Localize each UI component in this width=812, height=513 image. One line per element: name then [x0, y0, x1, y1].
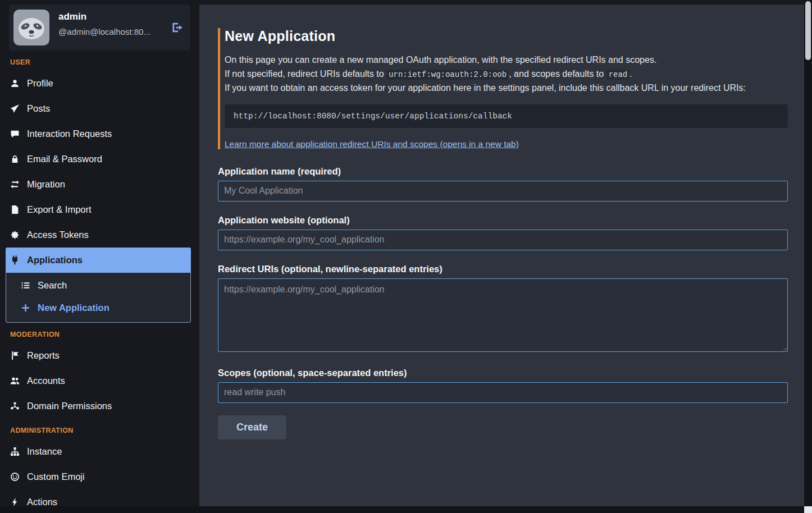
paper-plane-icon	[10, 104, 20, 113]
sidebar-item-email-password[interactable]: Email & Password	[9, 146, 190, 172]
sidebar-item-label: Reports	[27, 349, 60, 362]
sidebar-item-instance[interactable]: Instance	[9, 439, 190, 464]
user-card[interactable]: admin @admin@localhost:80...	[9, 4, 190, 51]
user-name: admin	[58, 11, 150, 22]
application-website-label: Application website (optional)	[218, 215, 788, 226]
section-header-administration: ADMINISTRATION	[10, 427, 190, 434]
lock-icon	[10, 154, 20, 164]
sidebar-item-migration[interactable]: Migration	[9, 172, 190, 197]
file-icon	[10, 205, 20, 214]
intro-block: New Application On this page you can cre…	[218, 28, 788, 149]
flag-icon	[10, 351, 20, 360]
application-website-input[interactable]	[218, 230, 788, 250]
page-title: New Application	[225, 28, 788, 44]
sidebar-item-access-tokens[interactable]: Access Tokens	[9, 222, 190, 248]
user-handle: @admin@localhost:80...	[58, 27, 150, 36]
sidebar-item-applications[interactable]: Applications	[6, 248, 191, 273]
section-header-user: USER	[10, 58, 190, 66]
plus-icon	[21, 303, 30, 313]
sidebar-item-reports[interactable]: Reports	[9, 343, 190, 368]
list-icon	[21, 281, 30, 290]
sidebar-item-label: Custom Emoji	[27, 470, 85, 483]
sidebar-item-interaction-requests[interactable]: Interaction Requests	[9, 121, 190, 146]
sidebar-item-profile[interactable]: Profile	[9, 71, 190, 96]
bolt-icon	[10, 497, 20, 507]
sidebar-item-custom-emoji[interactable]: Custom Emoji	[9, 464, 190, 489]
sidebar-item-label: Access Tokens	[27, 228, 89, 241]
sidebar-item-label: Profile	[27, 77, 53, 90]
comment-icon	[10, 129, 20, 139]
sidebar-item-label: Email & Password	[27, 153, 102, 166]
horizontal-scrollbar-track[interactable]	[0, 506, 804, 513]
sidebar-item-label: Accounts	[27, 374, 65, 387]
intro-line-2: If not specified, redirect URIs defaults…	[225, 67, 788, 82]
new-application-form: Application name (required) Application …	[218, 166, 788, 439]
sidebar-item-label: New Application	[38, 301, 110, 314]
application-name-input[interactable]	[218, 181, 788, 201]
sidebar-item-label: Search	[38, 279, 67, 292]
scopes-label: Scopes (optional, space-separated entrie…	[218, 368, 788, 378]
sidebar-item-export-import[interactable]: Export & Import	[9, 197, 190, 222]
applications-submenu: Search New Application	[6, 273, 191, 323]
main-panel: New Application On this page you can cre…	[199, 4, 804, 506]
vertical-scrollbar-thumb[interactable]	[805, 1, 811, 60]
exchange-arrows-icon	[10, 180, 20, 189]
users-icon	[10, 376, 20, 386]
redirect-uris-label: Redirect URIs (optional, newline-separat…	[218, 264, 788, 274]
user-icon	[10, 79, 20, 88]
intro-line-1: On this page you can create a new manage…	[225, 53, 788, 67]
user-meta: admin @admin@localhost:80...	[58, 10, 150, 36]
user-avatar	[13, 10, 49, 45]
sidebar-item-label: Export & Import	[27, 203, 92, 216]
default-scope-code: read	[606, 70, 630, 80]
certificate-icon	[10, 230, 20, 240]
scopes-input[interactable]	[218, 382, 788, 403]
hub-icon	[10, 401, 20, 411]
sidebar-item-new-application[interactable]: New Application	[6, 296, 190, 319]
sidebar-item-label: Migration	[27, 178, 65, 191]
scrollbar-corner	[804, 506, 812, 513]
sitemap-icon	[10, 447, 20, 456]
learn-more-link[interactable]: Learn more about application redirect UR…	[225, 139, 519, 149]
sidebar-item-label: Applications	[27, 254, 83, 267]
redirect-uris-textarea[interactable]	[218, 278, 788, 352]
plug-icon	[10, 255, 20, 265]
smile-icon	[10, 472, 20, 482]
intro-line-3: If you want to obtain an access token fo…	[225, 81, 788, 95]
sidebar-item-label: Domain Permissions	[27, 400, 112, 413]
sidebar-item-label: Posts	[27, 102, 50, 115]
sidebar: admin @admin@localhost:80... USER Profil…	[0, 0, 199, 513]
section-header-moderation: MODERATION	[10, 331, 190, 338]
logout-icon[interactable]	[171, 21, 183, 34]
sidebar-item-posts[interactable]: Posts	[9, 96, 190, 121]
sidebar-item-label: Interaction Requests	[27, 127, 112, 140]
settings-window: admin @admin@localhost:80... USER Profil…	[0, 0, 812, 513]
sidebar-item-label: Instance	[27, 445, 62, 458]
default-redirect-uri-code: urn:ietf:wg:oauth:2.0:oob	[386, 70, 509, 80]
application-name-label: Application name (required)	[218, 166, 788, 177]
create-button[interactable]: Create	[218, 415, 286, 439]
sidebar-item-applications-search[interactable]: Search	[6, 274, 190, 296]
sidebar-item-domain-permissions[interactable]: Domain Permissions	[9, 393, 190, 419]
vertical-scrollbar-track[interactable]	[804, 0, 812, 513]
callback-url-box: http://localhost:8080/settings/user/appl…	[225, 104, 788, 128]
sidebar-item-accounts[interactable]: Accounts	[9, 368, 190, 393]
